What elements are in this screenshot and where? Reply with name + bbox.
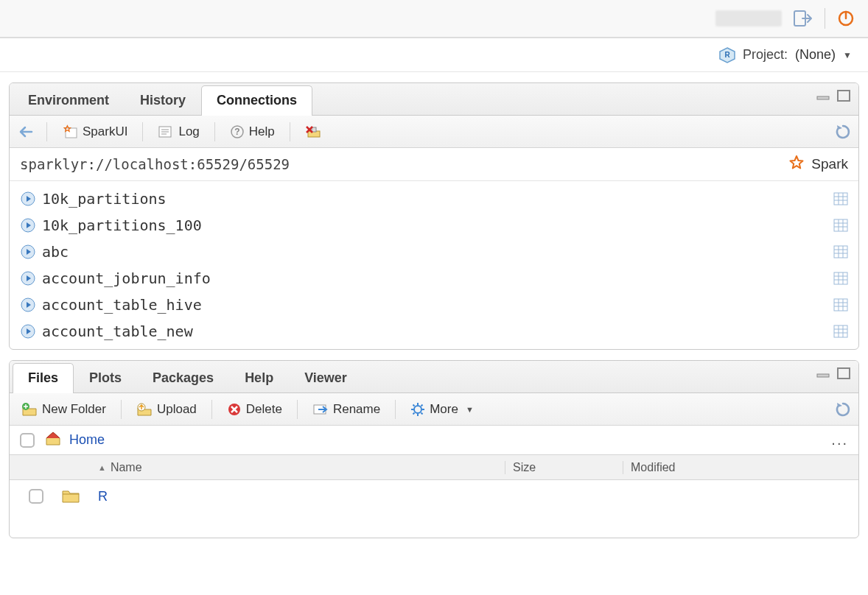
file-name[interactable]: R: [98, 489, 505, 504]
connections-panel: Environment History Connections SparkUI: [9, 82, 859, 350]
table-row: 10k_partitions_100: [10, 212, 858, 239]
logout-icon[interactable]: [794, 10, 813, 27]
help-label: Help: [249, 124, 275, 139]
expand-icon[interactable]: [20, 191, 36, 207]
files-panel: Files Plots Packages Help Viewer New Fol…: [9, 360, 859, 538]
new-folder-button[interactable]: New Folder: [17, 399, 111, 420]
new-folder-label: New Folder: [42, 402, 106, 417]
refresh-files-icon[interactable]: [835, 401, 851, 418]
preview-table-icon[interactable]: [833, 192, 848, 205]
svg-rect-49: [834, 325, 847, 337]
svg-text:?: ?: [234, 127, 239, 137]
spark-logo-icon: [788, 155, 805, 173]
minimize-panel-icon[interactable]: [816, 368, 830, 379]
rstudio-cube-icon: R: [719, 47, 735, 63]
column-name[interactable]: ▲ Name: [98, 461, 505, 474]
table-name[interactable]: account_table_new: [42, 323, 833, 340]
tab-connections[interactable]: Connections: [201, 85, 312, 116]
username-blurred: [715, 10, 782, 27]
table-name[interactable]: 10k_partitions_100: [42, 216, 833, 234]
table-name[interactable]: account_table_hive: [42, 296, 833, 314]
engine-label: Spark: [811, 156, 848, 172]
expand-icon[interactable]: [20, 323, 36, 339]
table-row: 10k_partitions: [10, 186, 858, 212]
power-icon[interactable]: [837, 10, 855, 27]
delete-button[interactable]: Delete: [223, 399, 287, 420]
table-name[interactable]: abc: [42, 243, 833, 261]
column-modified[interactable]: Modified: [623, 461, 858, 474]
preview-table-icon[interactable]: [833, 272, 848, 285]
expand-icon[interactable]: [20, 270, 36, 286]
svg-point-60: [414, 406, 421, 413]
table-row: account_table_hive: [10, 292, 858, 318]
upload-label: Upload: [157, 402, 197, 417]
rename-button[interactable]: Rename: [308, 399, 385, 420]
connection-uri: sparklyr://localhost:65529/65529: [20, 156, 290, 172]
row-checkbox[interactable]: [29, 489, 43, 504]
preview-table-icon[interactable]: [833, 245, 848, 258]
expand-icon[interactable]: [20, 217, 36, 233]
delete-label: Delete: [246, 402, 282, 417]
svg-line-67: [421, 404, 423, 406]
minimize-panel-icon[interactable]: [816, 91, 830, 101]
home-icon[interactable]: [44, 430, 62, 450]
maximize-panel-icon[interactable]: [836, 367, 851, 380]
maximize-panel-icon[interactable]: [836, 89, 851, 102]
tab-environment[interactable]: Environment: [13, 85, 125, 116]
preview-table-icon[interactable]: [833, 219, 848, 232]
select-all-checkbox[interactable]: [20, 433, 35, 448]
tables-list: 10k_partitions10k_partitions_100abcaccou…: [10, 181, 858, 349]
back-arrow-icon[interactable]: [17, 124, 36, 140]
table-name[interactable]: account_jobrun_info: [42, 270, 833, 287]
breadcrumb: Home ...: [10, 426, 858, 455]
tab-packages[interactable]: Packages: [137, 363, 229, 393]
more-button[interactable]: More ▼: [406, 399, 478, 420]
table-row: account_table_new: [10, 318, 858, 345]
disconnect-button[interactable]: [301, 121, 327, 143]
svg-rect-5: [817, 96, 829, 99]
spark-star-icon: [62, 124, 78, 139]
help-button[interactable]: ? Help: [225, 122, 279, 142]
rename-icon: [312, 402, 329, 417]
tab-viewer[interactable]: Viewer: [289, 363, 363, 393]
expand-icon[interactable]: [20, 297, 36, 313]
sparkui-label: SparkUI: [83, 124, 127, 139]
file-row: R: [10, 480, 858, 513]
sparkui-button[interactable]: SparkUI: [57, 122, 132, 142]
upload-icon: [136, 402, 153, 417]
top-bar: [0, 0, 868, 38]
svg-rect-55: [838, 368, 850, 379]
files-header-row: ▲ Name Size Modified: [10, 455, 858, 480]
svg-rect-7: [66, 128, 77, 138]
new-folder-icon: [21, 402, 38, 417]
upload-button[interactable]: Upload: [132, 399, 201, 420]
table-row: account_jobrun_info: [10, 265, 858, 292]
svg-rect-54: [817, 374, 829, 377]
tab-history[interactable]: History: [125, 85, 201, 116]
svg-rect-15: [312, 127, 316, 132]
preview-table-icon[interactable]: [833, 325, 848, 338]
tab-plots[interactable]: Plots: [74, 363, 137, 393]
svg-rect-31: [834, 246, 847, 258]
svg-text:R: R: [724, 51, 730, 59]
column-size[interactable]: Size: [505, 461, 623, 474]
preview-table-icon[interactable]: [833, 298, 848, 311]
breadcrumb-more-icon[interactable]: ...: [831, 432, 848, 448]
svg-rect-43: [834, 299, 847, 311]
project-dropdown-icon[interactable]: ▼: [843, 50, 852, 60]
tab-help[interactable]: Help: [229, 363, 289, 393]
gear-icon: [410, 402, 425, 417]
delete-icon: [227, 402, 242, 417]
expand-icon[interactable]: [20, 244, 36, 260]
table-name[interactable]: 10k_partitions: [42, 190, 833, 208]
more-label: More: [430, 402, 458, 417]
log-button[interactable]: Log: [153, 122, 203, 142]
tab-files[interactable]: Files: [13, 363, 74, 393]
refresh-icon[interactable]: [835, 124, 851, 140]
breadcrumb-home[interactable]: Home: [69, 432, 105, 448]
disconnect-icon: [305, 124, 323, 140]
table-row: abc: [10, 239, 858, 265]
svg-line-66: [421, 412, 423, 414]
files-toolbar: New Folder Upload Delete Rename: [10, 393, 858, 426]
panel-tabs: Environment History Connections: [10, 83, 858, 116]
